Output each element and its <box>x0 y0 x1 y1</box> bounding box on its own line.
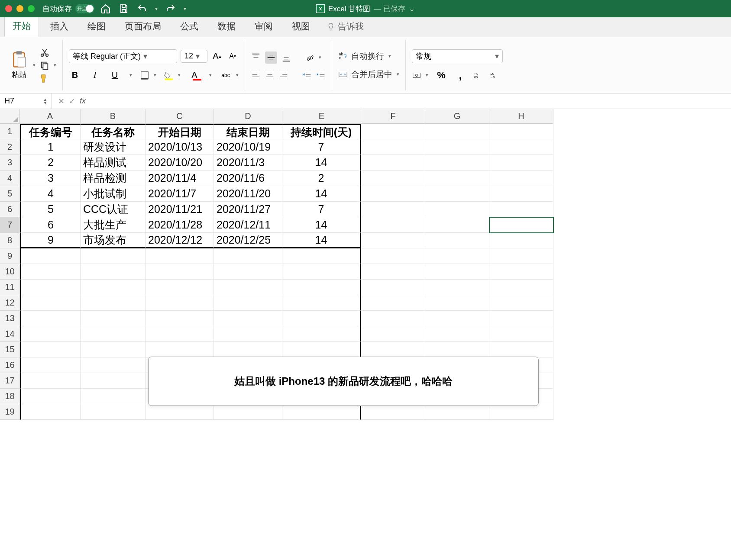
cell-G9[interactable] <box>425 248 489 264</box>
cell-C1[interactable]: 开始日期 <box>146 124 214 139</box>
cell-D5[interactable]: 2020/11/20 <box>214 186 282 202</box>
phonetic-guide-icon[interactable]: abc <box>220 69 232 81</box>
row-header-1[interactable]: 1 <box>0 124 20 139</box>
cell-G3[interactable] <box>425 155 489 171</box>
cell-E6[interactable]: 7 <box>282 202 361 217</box>
copy-icon[interactable] <box>40 61 49 70</box>
orientation-icon[interactable]: ab <box>305 53 314 62</box>
column-header-H[interactable]: H <box>489 109 553 124</box>
tell-me-search[interactable]: 告诉我 <box>321 17 369 37</box>
column-header-E[interactable]: E <box>282 109 361 124</box>
align-bottom-icon[interactable] <box>281 53 291 62</box>
cell-C19[interactable] <box>146 404 214 420</box>
cell-E10[interactable] <box>282 264 361 280</box>
cell-B8[interactable]: 市场发布 <box>81 233 146 248</box>
cell-F12[interactable] <box>361 295 425 311</box>
cell-B14[interactable] <box>81 326 146 342</box>
cell-D14[interactable] <box>214 326 282 342</box>
cell-B4[interactable]: 样品检测 <box>81 171 146 186</box>
cell-H14[interactable] <box>489 326 553 342</box>
cell-H4[interactable] <box>489 171 553 186</box>
cell-A16[interactable] <box>20 357 81 373</box>
redo-dropdown[interactable]: ▾ <box>184 6 186 12</box>
cell-B9[interactable] <box>81 248 146 264</box>
currency-icon[interactable] <box>412 71 421 80</box>
cell-B16[interactable] <box>81 357 146 373</box>
cell-A14[interactable] <box>20 326 81 342</box>
cell-C5[interactable]: 2020/11/7 <box>146 186 214 202</box>
align-left-icon[interactable] <box>251 70 261 79</box>
cell-F5[interactable] <box>361 186 425 202</box>
ribbon-tab-0[interactable]: 开始 <box>4 16 39 37</box>
row-header-16[interactable]: 16 <box>0 357 20 373</box>
name-box[interactable]: H7 ▲▼ <box>0 93 52 109</box>
cell-F19[interactable] <box>361 404 425 420</box>
row-header-15[interactable]: 15 <box>0 342 20 357</box>
cell-C11[interactable] <box>146 280 214 295</box>
cell-A15[interactable] <box>20 342 81 357</box>
cell-E15[interactable] <box>282 342 361 357</box>
cell-B17[interactable] <box>81 373 146 389</box>
row-header-17[interactable]: 17 <box>0 373 20 389</box>
cell-G8[interactable] <box>425 233 489 248</box>
cell-A1[interactable]: 任务编号 <box>20 124 81 139</box>
formula-input[interactable] <box>95 93 731 109</box>
row-header-2[interactable]: 2 <box>0 139 20 155</box>
cell-B5[interactable]: 小批试制 <box>81 186 146 202</box>
cell-H7[interactable] <box>489 217 553 233</box>
column-header-F[interactable]: F <box>361 109 425 124</box>
cell-F15[interactable] <box>361 342 425 357</box>
cell-D15[interactable] <box>214 342 282 357</box>
cell-E4[interactable]: 2 <box>282 171 361 186</box>
paste-button[interactable]: 粘贴 <box>10 51 28 80</box>
wrap-text-button[interactable]: abc 自动换行▾ <box>338 51 399 62</box>
cell-B13[interactable] <box>81 311 146 326</box>
align-middle-icon[interactable] <box>265 51 277 64</box>
cell-H13[interactable] <box>489 311 553 326</box>
cell-D9[interactable] <box>214 248 282 264</box>
row-header-10[interactable]: 10 <box>0 264 20 280</box>
cell-B18[interactable] <box>81 389 146 404</box>
cell-E14[interactable] <box>282 326 361 342</box>
increase-decimal-icon[interactable]: ←0.00 <box>473 71 483 80</box>
percent-icon[interactable]: % <box>435 69 447 81</box>
cell-G4[interactable] <box>425 171 489 186</box>
font-size-select[interactable]: 12▾ <box>181 50 207 63</box>
cell-A9[interactable] <box>20 248 81 264</box>
row-header-4[interactable]: 4 <box>0 171 20 186</box>
cell-G5[interactable] <box>425 186 489 202</box>
cell-C8[interactable]: 2020/12/12 <box>146 233 214 248</box>
cell-C2[interactable]: 2020/10/13 <box>146 139 214 155</box>
cell-D2[interactable]: 2020/10/19 <box>214 139 282 155</box>
cell-H19[interactable] <box>489 404 553 420</box>
decrease-font-button[interactable]: A▾ <box>226 50 239 62</box>
row-header-12[interactable]: 12 <box>0 295 20 311</box>
cell-D3[interactable]: 2020/11/3 <box>214 155 282 171</box>
row-header-19[interactable]: 19 <box>0 404 20 420</box>
comma-icon[interactable]: , <box>454 69 466 81</box>
cell-E2[interactable]: 7 <box>282 139 361 155</box>
ribbon-tab-2[interactable]: 绘图 <box>80 17 113 37</box>
cell-G11[interactable] <box>425 280 489 295</box>
cell-B10[interactable] <box>81 264 146 280</box>
cell-E7[interactable]: 14 <box>282 217 361 233</box>
cell-C12[interactable] <box>146 295 214 311</box>
cell-H12[interactable] <box>489 295 553 311</box>
cell-E1[interactable]: 持续时间(天) <box>282 124 361 139</box>
underline-button[interactable]: U <box>109 69 121 81</box>
cell-G13[interactable] <box>425 311 489 326</box>
cell-A3[interactable]: 2 <box>20 155 81 171</box>
cell-C3[interactable]: 2020/10/20 <box>146 155 214 171</box>
cell-B11[interactable] <box>81 280 146 295</box>
align-center-icon[interactable] <box>265 70 275 79</box>
cell-D8[interactable]: 2020/12/25 <box>214 233 282 248</box>
cut-icon[interactable] <box>40 48 49 57</box>
decrease-decimal-icon[interactable]: .00→0 <box>490 71 499 80</box>
cell-B19[interactable] <box>81 404 146 420</box>
cell-E5[interactable]: 14 <box>282 186 361 202</box>
cell-E3[interactable]: 14 <box>282 155 361 171</box>
font-name-select[interactable]: 等线 Regular (正文)▾ <box>69 49 177 63</box>
home-icon[interactable] <box>100 3 111 14</box>
cell-D7[interactable]: 2020/12/11 <box>214 217 282 233</box>
cell-B3[interactable]: 样品测试 <box>81 155 146 171</box>
